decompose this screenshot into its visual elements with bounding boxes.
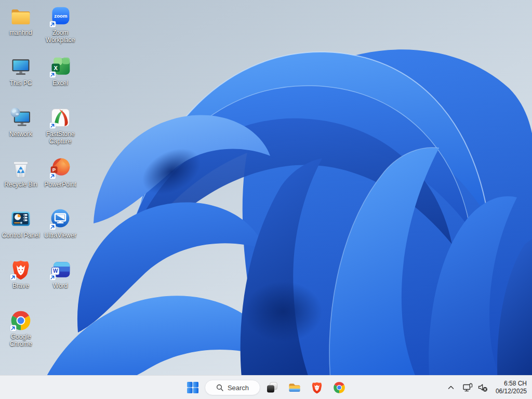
excel-icon: X: [49, 56, 72, 78]
recycle-bin-icon: [9, 157, 32, 180]
network-icon: [9, 107, 32, 129]
file-explorer-icon: [288, 381, 301, 394]
monitor-icon: [9, 56, 32, 78]
desktop-icon-control-panel[interactable]: Control Panel: [1, 208, 41, 239]
folder-icon: [9, 5, 32, 28]
ultraviewer-icon: [49, 208, 72, 231]
tray-overflow-button[interactable]: [444, 378, 458, 397]
network-wired-icon: [462, 382, 473, 393]
desktop-icon-label: This PC: [1, 79, 41, 87]
desktop-icon-label: Network: [1, 130, 41, 138]
faststone-icon: [49, 107, 72, 129]
taskbar-center-group: Search: [182, 376, 350, 399]
desktop-icon-ultraviewer[interactable]: UltraViewer: [41, 208, 80, 239]
volume-muted-icon: [477, 382, 488, 393]
desktop-icon-manhnd[interactable]: manhnd: [1, 5, 41, 36]
clock-time: 6:58 CH: [496, 380, 527, 388]
tray-network-volume-button[interactable]: [460, 378, 490, 397]
desktop-icon-label: manhnd: [1, 29, 41, 36]
desktop-icon-label: FastStone Capture: [41, 130, 80, 145]
chevron-up-icon: [447, 383, 455, 392]
windows-desktop: manhnd zoom Zoom Workplace This PC X Exc…: [0, 0, 532, 399]
search-label: Search: [228, 384, 249, 392]
desktop-icon-this-pc[interactable]: This PC: [1, 56, 41, 87]
desktop-icon-word[interactable]: W Word: [41, 258, 80, 289]
desktop-icon-excel[interactable]: X Excel: [41, 56, 80, 87]
desktop-icon-zoom-workplace[interactable]: zoom Zoom Workplace: [41, 5, 80, 44]
desktop-icon-faststone-capture[interactable]: FastStone Capture: [41, 107, 80, 145]
desktop-icon-label: Brave: [1, 282, 41, 289]
desktop-icon-label: UltraViewer: [41, 232, 80, 239]
desktop-icon-google-chrome[interactable]: Google Chrome: [1, 309, 41, 348]
zoom-icon: zoom: [49, 5, 72, 28]
desktop-icon-brave[interactable]: Brave: [1, 258, 41, 289]
taskbar-clock[interactable]: 6:58 CH 06/12/2025: [493, 380, 528, 395]
svg-text:P: P: [52, 167, 56, 172]
svg-text:zoom: zoom: [54, 13, 67, 19]
start-button[interactable]: [182, 377, 203, 398]
search-icon: [216, 384, 224, 392]
chrome-icon: [9, 309, 32, 332]
file-explorer-button[interactable]: [284, 377, 305, 398]
desktop-icon-label: Google Chrome: [1, 333, 41, 348]
word-icon: W: [49, 258, 72, 281]
brave-icon: [9, 258, 32, 281]
desktop-icon-label: Word: [41, 282, 80, 289]
control-panel-icon: [9, 208, 32, 231]
desktop-icon-recycle-bin[interactable]: Recycle Bin: [1, 157, 41, 188]
task-view-button[interactable]: [262, 377, 283, 398]
powerpoint-icon: P: [49, 157, 72, 180]
desktop-icon-label: Recycle Bin: [1, 181, 41, 188]
svg-text:X: X: [54, 65, 58, 71]
desktop-icon-network[interactable]: Network: [1, 107, 41, 138]
clock-date: 06/12/2025: [496, 388, 527, 395]
system-tray: 6:58 CH 06/12/2025: [444, 376, 528, 399]
task-view-icon: [265, 381, 279, 394]
search-box[interactable]: Search: [205, 380, 260, 395]
desktop-icon-label: Excel: [41, 79, 80, 87]
svg-text:W: W: [53, 268, 58, 274]
brave-taskbar-button[interactable]: [307, 377, 327, 398]
desktop-icon-label: Zoom Workplace: [41, 29, 80, 44]
desktop-icon-label: PowerPoint: [41, 181, 80, 188]
brave-icon: [310, 381, 324, 394]
desktop-icon-powerpoint[interactable]: P PowerPoint: [41, 157, 80, 188]
start-icon: [187, 381, 199, 394]
taskbar: Search: [0, 375, 532, 399]
chrome-taskbar-button[interactable]: [329, 377, 350, 398]
chrome-icon: [332, 381, 346, 394]
desktop-icon-label: Control Panel: [1, 232, 41, 239]
